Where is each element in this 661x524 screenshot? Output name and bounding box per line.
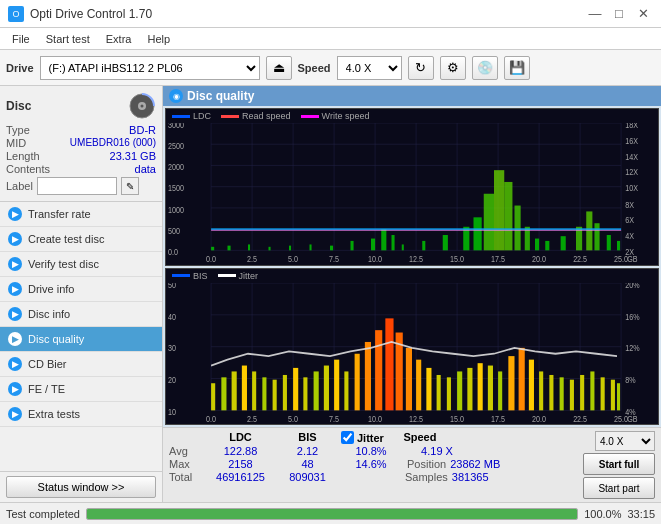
menu-file[interactable]: File (4, 31, 38, 47)
svg-text:16%: 16% (625, 312, 639, 322)
bis-label: BIS (193, 271, 208, 281)
stats-row-main: LDC BIS Jitter Speed Avg 122.88 2.12 10. (169, 431, 655, 499)
svg-text:20: 20 (168, 375, 176, 385)
svg-text:2.5: 2.5 (247, 255, 257, 265)
svg-rect-63 (443, 235, 448, 250)
menu-start-test[interactable]: Start test (38, 31, 98, 47)
svg-rect-51 (228, 246, 231, 251)
disc-length-row: Length 23.31 GB (6, 150, 156, 162)
progress-bar (86, 508, 578, 520)
svg-rect-57 (351, 241, 354, 250)
svg-text:10: 10 (168, 407, 176, 417)
avg-label: Avg (169, 445, 201, 457)
svg-rect-128 (314, 371, 319, 410)
eject-button[interactable]: ⏏ (266, 56, 292, 80)
sidebar-item-create-test-disc[interactable]: ▶ Create test disc (0, 227, 162, 252)
svg-text:0.0: 0.0 (206, 414, 216, 424)
position-value: 23862 MB (450, 458, 500, 470)
maximize-button[interactable]: □ (609, 4, 629, 24)
svg-text:10X: 10X (625, 184, 638, 194)
drive-select[interactable]: (F:) ATAPI iHBS112 2 PL06 (40, 56, 260, 80)
ldc-color (172, 115, 190, 118)
menubar: File Start test Extra Help (0, 28, 661, 50)
jitter-checkbox[interactable] (341, 431, 354, 444)
menu-help[interactable]: Help (139, 31, 178, 47)
svg-text:50: 50 (168, 283, 176, 290)
disc-label-edit-button[interactable]: ✎ (121, 177, 139, 195)
titlebar: O Opti Drive Control 1.70 — □ ✕ (0, 0, 661, 28)
svg-rect-126 (293, 367, 298, 409)
sidebar-item-disc-quality[interactable]: ▶ Disc quality (0, 327, 162, 352)
nav-items: ▶ Transfer rate ▶ Create test disc ▶ Ver… (0, 202, 162, 427)
svg-rect-76 (594, 223, 599, 250)
disc-icon (128, 92, 156, 120)
start-full-button[interactable]: Start full (583, 453, 655, 475)
svg-text:15.0: 15.0 (450, 414, 464, 424)
chart1-area: 3000 2500 2000 1500 1000 500 0.0 18X 16X… (166, 123, 658, 265)
svg-text:12%: 12% (625, 343, 639, 353)
svg-text:25.0: 25.0 (614, 255, 628, 265)
write-speed-color (301, 115, 319, 118)
svg-text:2000: 2000 (168, 163, 184, 173)
progress-bar-fill (87, 509, 577, 519)
titlebar-left: O Opti Drive Control 1.70 (8, 6, 152, 22)
sidebar-item-extra-tests[interactable]: ▶ Extra tests (0, 402, 162, 427)
svg-rect-129 (324, 365, 329, 410)
svg-rect-154 (580, 374, 584, 409)
sidebar-item-drive-info[interactable]: ▶ Drive info (0, 277, 162, 302)
max-label: Max (169, 458, 201, 470)
avg-ldc-value: 122.88 (203, 445, 278, 457)
disc-button[interactable]: 💿 (472, 56, 498, 80)
svg-rect-120 (232, 371, 237, 410)
svg-text:0.0: 0.0 (206, 255, 216, 265)
start-part-button[interactable]: Start part (583, 477, 655, 499)
jitter-checkbox-group: Jitter (341, 431, 384, 444)
status-text: Test completed (6, 508, 80, 520)
stats-table: LDC BIS Jitter Speed Avg 122.88 2.12 10. (169, 431, 579, 483)
svg-rect-149 (529, 359, 534, 410)
svg-rect-123 (262, 377, 266, 410)
disc-quality-icon: ▶ (8, 332, 22, 346)
close-button[interactable]: ✕ (633, 4, 653, 24)
settings-button[interactable]: ⚙ (440, 56, 466, 80)
svg-rect-145 (488, 365, 493, 410)
chart1-svg: 3000 2500 2000 1500 1000 500 0.0 18X 16X… (166, 123, 658, 265)
main-area: Disc Type BD-R MID UMEBDR016 (000) (0, 86, 661, 502)
stats-speed-select[interactable]: 4.0 X 1.0 X 2.0 X Max (595, 431, 655, 451)
svg-rect-130 (334, 359, 339, 410)
svg-rect-127 (303, 377, 307, 410)
total-ldc-value: 46916125 (203, 471, 278, 483)
position-label: Position (407, 458, 446, 470)
sidebar-item-fe-te[interactable]: ▶ FE / TE (0, 377, 162, 402)
svg-rect-59 (381, 229, 386, 250)
svg-text:40: 40 (168, 312, 176, 322)
svg-text:12.5: 12.5 (409, 255, 423, 265)
menu-extra[interactable]: Extra (98, 31, 140, 47)
minimize-button[interactable]: — (585, 4, 605, 24)
svg-rect-53 (269, 247, 271, 251)
speed-select[interactable]: 4.0 X 1.0 X 2.0 X 8.0 X Max (337, 56, 402, 80)
svg-text:GB: GB (627, 255, 637, 265)
sidebar-item-transfer-rate[interactable]: ▶ Transfer rate (0, 202, 162, 227)
svg-rect-69 (515, 206, 521, 251)
sidebar: Disc Type BD-R MID UMEBDR016 (000) (0, 86, 163, 502)
status-window-button[interactable]: Status window >> (6, 476, 156, 498)
save-button[interactable]: 💾 (504, 56, 530, 80)
refresh-button[interactable]: ↻ (408, 56, 434, 80)
disc-mid-row: MID UMEBDR016 (000) (6, 137, 156, 149)
sidebar-item-cd-bier[interactable]: ▶ CD Bier (0, 352, 162, 377)
sidebar-item-label: Create test disc (28, 233, 104, 245)
svg-rect-55 (310, 244, 312, 250)
read-speed-label: Read speed (242, 111, 291, 121)
svg-rect-71 (535, 239, 539, 251)
sidebar-item-disc-info[interactable]: ▶ Disc info (0, 302, 162, 327)
sidebar-item-verify-test-disc[interactable]: ▶ Verify test disc (0, 252, 162, 277)
svg-point-2 (141, 105, 144, 108)
svg-rect-54 (289, 246, 291, 251)
svg-text:22.5: 22.5 (573, 414, 587, 424)
svg-text:8%: 8% (625, 375, 635, 385)
disc-label-input[interactable] (37, 177, 117, 195)
create-test-disc-icon: ▶ (8, 232, 22, 246)
sidebar-item-label: FE / TE (28, 383, 65, 395)
svg-rect-146 (498, 371, 502, 410)
